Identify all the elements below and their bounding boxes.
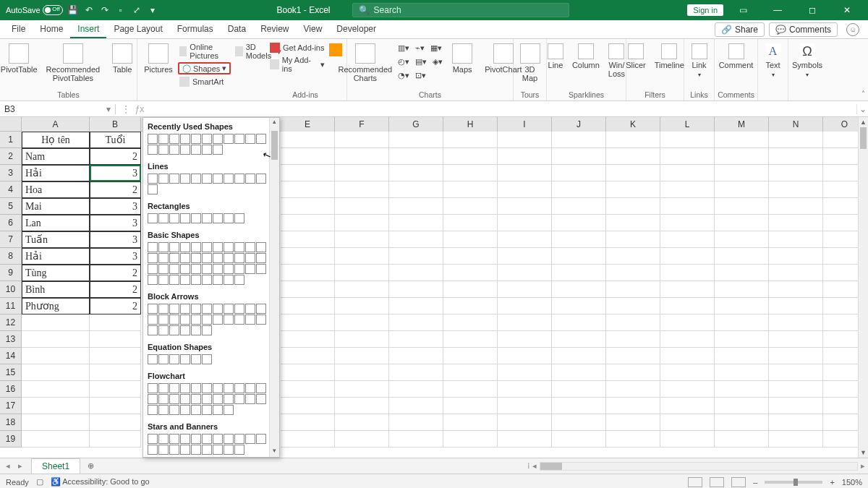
shape-icon[interactable] xyxy=(169,213,179,223)
shape-icon[interactable] xyxy=(256,174,266,184)
cell[interactable] xyxy=(715,298,769,314)
cell[interactable] xyxy=(606,364,660,381)
shape-icon[interactable] xyxy=(158,275,169,285)
shape-icon[interactable] xyxy=(191,354,201,364)
shape-icon[interactable] xyxy=(202,314,212,325)
shape-icon[interactable] xyxy=(180,145,190,155)
shape-icon[interactable] xyxy=(180,304,190,314)
cell[interactable] xyxy=(606,398,660,414)
shape-icon[interactable] xyxy=(202,304,212,314)
cell[interactable] xyxy=(389,265,443,281)
cell[interactable] xyxy=(281,364,335,381)
chart-icon[interactable]: ▥▾ xyxy=(398,43,409,53)
zoom-slider[interactable] xyxy=(765,481,822,484)
sparkline-line-button[interactable]: Line xyxy=(545,42,566,71)
cell[interactable] xyxy=(335,398,389,414)
shape-icon[interactable] xyxy=(180,354,190,364)
cell[interactable] xyxy=(606,248,660,265)
shape-icon[interactable] xyxy=(148,145,158,155)
name-box[interactable]: B3▾ xyxy=(0,104,116,114)
cell[interactable] xyxy=(389,148,443,165)
row-header[interactable]: 15 xyxy=(0,364,22,381)
chart-icon[interactable]: ◴▾ xyxy=(398,57,409,67)
cell[interactable] xyxy=(281,298,335,314)
column-header[interactable]: I xyxy=(498,117,552,132)
cell[interactable] xyxy=(660,281,715,298)
page-layout-view-icon[interactable] xyxy=(710,477,724,487)
cell[interactable] xyxy=(606,314,660,331)
cell[interactable] xyxy=(22,414,90,431)
shape-icon[interactable] xyxy=(169,304,179,314)
row-header[interactable]: 10 xyxy=(0,281,22,298)
cell[interactable] xyxy=(552,414,606,431)
shape-icon[interactable] xyxy=(224,134,234,144)
zoom-out-icon[interactable]: – xyxy=(753,478,757,487)
column-header[interactable]: B xyxy=(90,117,141,132)
shape-icon[interactable] xyxy=(202,213,212,223)
cell[interactable] xyxy=(281,148,335,165)
cell[interactable] xyxy=(281,414,335,431)
shape-icon[interactable] xyxy=(202,354,212,364)
cell[interactable] xyxy=(552,165,606,181)
row-header[interactable]: 13 xyxy=(0,331,22,348)
shape-icon[interactable] xyxy=(169,253,179,263)
shape-icon[interactable] xyxy=(148,314,158,325)
chart-icon[interactable]: ◔▾ xyxy=(398,71,409,80)
shape-icon[interactable] xyxy=(256,383,266,393)
cell[interactable] xyxy=(335,148,389,165)
comments-button[interactable]: 💬 Comments xyxy=(769,22,838,37)
cell[interactable] xyxy=(606,148,660,165)
cell[interactable] xyxy=(281,248,335,265)
cell[interactable] xyxy=(443,398,498,414)
cell[interactable] xyxy=(389,298,443,314)
shape-icon[interactable] xyxy=(224,174,234,184)
cell[interactable] xyxy=(389,414,443,431)
cell[interactable] xyxy=(552,198,606,215)
cell[interactable] xyxy=(335,265,389,281)
shape-icon[interactable] xyxy=(202,383,212,393)
cell[interactable]: Tùng xyxy=(22,265,90,281)
shape-icon[interactable] xyxy=(245,264,255,274)
get-addins-button[interactable]: Get Add-ins xyxy=(268,42,326,53)
cell[interactable]: Lan xyxy=(22,215,90,231)
shape-icon[interactable] xyxy=(169,445,179,455)
cell[interactable] xyxy=(389,198,443,215)
cell[interactable] xyxy=(90,398,141,414)
cell[interactable] xyxy=(389,132,443,148)
cell[interactable] xyxy=(660,198,715,215)
shape-icon[interactable] xyxy=(224,445,234,455)
shape-icon[interactable] xyxy=(191,275,201,285)
row-header[interactable]: 18 xyxy=(0,414,22,431)
cell[interactable] xyxy=(769,398,823,414)
shape-icon[interactable] xyxy=(213,405,223,415)
cell[interactable] xyxy=(90,431,141,448)
cell[interactable] xyxy=(281,198,335,215)
search-box[interactable]: 🔍 Search xyxy=(352,3,569,17)
cell[interactable] xyxy=(769,165,823,181)
shape-icon[interactable] xyxy=(224,383,234,393)
cell[interactable] xyxy=(552,364,606,381)
shape-icon[interactable] xyxy=(256,264,266,274)
cell[interactable] xyxy=(552,265,606,281)
cell[interactable] xyxy=(498,198,552,215)
shape-icon[interactable] xyxy=(202,405,212,415)
shape-icon[interactable] xyxy=(234,213,244,223)
shape-icon[interactable] xyxy=(191,325,201,335)
column-header[interactable]: A xyxy=(22,117,90,132)
row-header[interactable]: 9 xyxy=(0,265,22,281)
shape-icon[interactable] xyxy=(234,174,244,184)
cell[interactable] xyxy=(335,248,389,265)
column-header[interactable]: M xyxy=(715,117,769,132)
cell[interactable] xyxy=(22,381,90,398)
shape-icon[interactable] xyxy=(191,213,201,223)
cell[interactable] xyxy=(335,431,389,448)
column-header[interactable]: G xyxy=(389,117,443,132)
cell[interactable] xyxy=(715,248,769,265)
cell[interactable] xyxy=(281,331,335,348)
cell[interactable] xyxy=(335,331,389,348)
cell[interactable] xyxy=(281,231,335,248)
cell[interactable] xyxy=(660,364,715,381)
cell[interactable] xyxy=(715,265,769,281)
shape-icon[interactable] xyxy=(169,325,179,335)
cell[interactable] xyxy=(552,381,606,398)
